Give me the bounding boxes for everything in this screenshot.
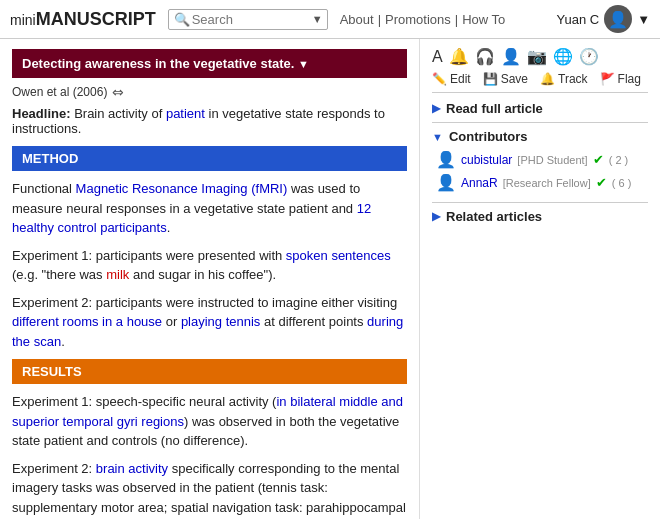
read-article-triangle: ▶ xyxy=(432,102,440,115)
search-dropdown-arrow[interactable]: ▼ xyxy=(312,13,323,25)
headphone-icon[interactable]: 🎧 xyxy=(475,47,495,66)
title-arrow: ▼ xyxy=(298,58,309,70)
logo: miniMANUSCRIPT xyxy=(10,9,156,30)
contributor-1-count: ( 2 ) xyxy=(609,154,629,166)
read-full-article-header[interactable]: ▶ Read full article xyxy=(432,101,648,116)
edit-label: Edit xyxy=(450,72,471,86)
search-icon: 🔍 xyxy=(174,12,190,27)
search-input[interactable] xyxy=(192,12,312,27)
contributor-2-name[interactable]: AnnaR xyxy=(461,176,498,190)
headline-label: Headline: xyxy=(12,106,71,121)
method-para-1: Functional Magnetic Resonance Imaging (f… xyxy=(12,179,407,238)
save-label: Save xyxy=(501,72,528,86)
contributor-2-icon: 👤 xyxy=(436,173,456,192)
method-para-2: Experiment 1: participants were presente… xyxy=(12,246,407,285)
related-articles-triangle: ▶ xyxy=(432,210,440,223)
author-line: Owen et al (2006) ⇔ xyxy=(12,84,407,100)
contributor-1-name[interactable]: cubistular xyxy=(461,153,512,167)
read-full-article-label: Read full article xyxy=(446,101,543,116)
divider-2 xyxy=(432,202,648,203)
contributor-2-check: ✔ xyxy=(596,175,607,190)
nav-howto[interactable]: How To xyxy=(462,12,505,27)
nav-sep-1: | xyxy=(378,12,381,27)
search-box[interactable]: 🔍 ▼ xyxy=(168,9,328,30)
article-title-bar[interactable]: Detecting awareness in the vegetative st… xyxy=(12,49,407,78)
person-icon[interactable]: 👤 xyxy=(501,47,521,66)
contributor-2-role: [Research Fellow] xyxy=(503,177,591,189)
related-articles-header[interactable]: ▶ Related articles xyxy=(432,209,648,224)
font-icon[interactable]: A xyxy=(432,48,443,66)
logo-mini: mini xyxy=(10,12,36,28)
contributor-1-role: [PHD Student] xyxy=(517,154,587,166)
headline-line: Headline: Brain activity of patient in v… xyxy=(12,106,407,136)
action-bar: ✏️ Edit 💾 Save 🔔 Track 🚩 Flag xyxy=(432,72,648,93)
header: miniMANUSCRIPT 🔍 ▼ About | Promotions | … xyxy=(0,0,660,39)
divider-1 xyxy=(432,122,648,123)
author-name: Owen et al (2006) xyxy=(12,85,107,99)
toolbar-icons: A 🔔 🎧 👤 📷 🌐 🕐 xyxy=(432,47,648,66)
nav-about[interactable]: About xyxy=(340,12,374,27)
bell-icon[interactable]: 🔔 xyxy=(449,47,469,66)
right-column: A 🔔 🎧 👤 📷 🌐 🕐 ✏️ Edit 💾 Save 🔔 Track 🚩 F… xyxy=(420,39,660,519)
nav-promotions[interactable]: Promotions xyxy=(385,12,451,27)
flag-label: Flag xyxy=(618,72,641,86)
user-area: Yuan C 👤 ▼ xyxy=(556,5,650,33)
user-name: Yuan C xyxy=(556,12,599,27)
related-articles-label: Related articles xyxy=(446,209,542,224)
avatar[interactable]: 👤 xyxy=(604,5,632,33)
method-section-bar: METHOD xyxy=(12,146,407,171)
left-column: Detecting awareness in the vegetative st… xyxy=(0,39,420,519)
contributor-1-icon: 👤 xyxy=(436,150,456,169)
contributor-2-count: ( 6 ) xyxy=(612,177,632,189)
nav-links: About | Promotions | How To xyxy=(340,12,506,27)
nav-sep-2: | xyxy=(455,12,458,27)
author-nav-arrows[interactable]: ⇔ xyxy=(112,84,124,100)
globe-icon[interactable]: 🌐 xyxy=(553,47,573,66)
flag-action[interactable]: 🚩 Flag xyxy=(600,72,641,86)
results-para-2: Experiment 2: brain activity specificall… xyxy=(12,459,407,520)
main-layout: Detecting awareness in the vegetative st… xyxy=(0,39,660,519)
article-title: Detecting awareness in the vegetative st… xyxy=(22,56,294,71)
contributor-item-1: 👤 cubistular [PHD Student] ✔ ( 2 ) xyxy=(436,150,648,169)
results-para-1: Experiment 1: speech-specific neural act… xyxy=(12,392,407,451)
edit-action[interactable]: ✏️ Edit xyxy=(432,72,471,86)
contributor-item-2: 👤 AnnaR [Research Fellow] ✔ ( 6 ) xyxy=(436,173,648,192)
method-para-3: Experiment 2: participants were instruct… xyxy=(12,293,407,352)
contributor-1-check: ✔ xyxy=(593,152,604,167)
contributors-header[interactable]: ▼ Contributors xyxy=(432,129,648,144)
logo-main: MANUSCRIPT xyxy=(36,9,156,29)
track-action[interactable]: 🔔 Track xyxy=(540,72,588,86)
clock-icon[interactable]: 🕐 xyxy=(579,47,599,66)
contributors-title: Contributors xyxy=(449,129,528,144)
save-action[interactable]: 💾 Save xyxy=(483,72,528,86)
user-dropdown-arrow[interactable]: ▼ xyxy=(637,12,650,27)
track-label: Track xyxy=(558,72,588,86)
camera-icon[interactable]: 📷 xyxy=(527,47,547,66)
contributors-triangle: ▼ xyxy=(432,131,443,143)
results-section-bar: RESULTS xyxy=(12,359,407,384)
contributors-list: 👤 cubistular [PHD Student] ✔ ( 2 ) 👤 Ann… xyxy=(432,150,648,192)
